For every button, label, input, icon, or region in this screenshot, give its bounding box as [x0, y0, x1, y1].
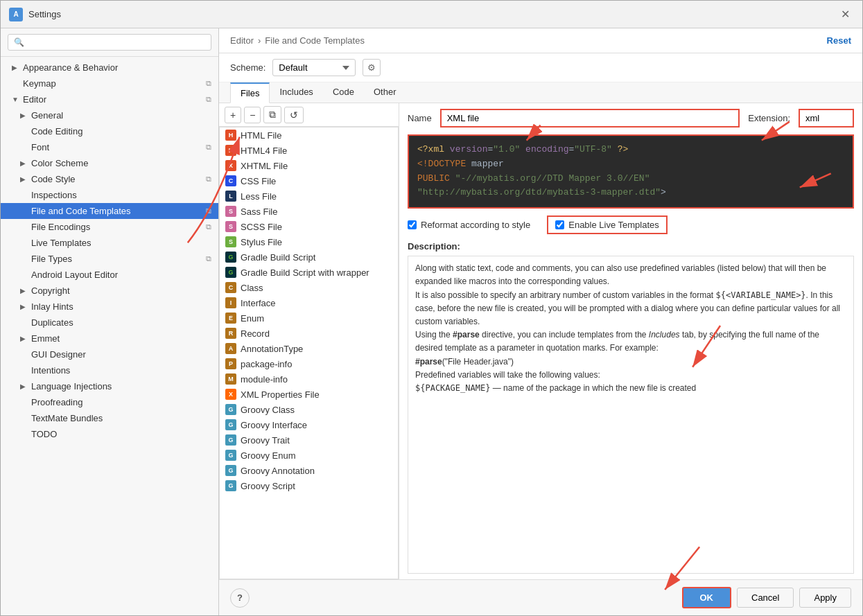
- tab-includes[interactable]: Includes: [270, 82, 322, 103]
- sidebar-item-gui-designer[interactable]: GUI Designer: [1, 346, 218, 362]
- sidebar-item-duplicates[interactable]: Duplicates: [1, 315, 218, 331]
- reformat-checkbox[interactable]: Reformat according to style: [408, 220, 530, 230]
- sidebar-item-label-inlay-hints: Inlay Hints: [31, 301, 73, 312]
- file-item[interactable]: LLess File: [220, 188, 398, 204]
- right-panel: Editor › File and Code Templates Reset S…: [219, 28, 862, 615]
- ok-button[interactable]: OK: [682, 587, 732, 608]
- remove-template-button[interactable]: −: [244, 107, 261, 123]
- file-item[interactable]: GGroovy Trait: [220, 432, 398, 448]
- tab-other[interactable]: Other: [364, 82, 406, 103]
- sidebar-item-font[interactable]: Font⧉: [1, 139, 218, 155]
- sidebar-item-live-templates[interactable]: Live Templates: [1, 235, 218, 251]
- expand-icon: ▶: [20, 303, 28, 310]
- expand-icon: ▶: [20, 382, 28, 390]
- file-icon: H: [225, 145, 236, 156]
- bottom-bar: ? OK Cancel Apply: [219, 579, 862, 615]
- file-name: Gradle Build Script: [241, 252, 315, 263]
- sidebar-item-android-layout-editor[interactable]: Android Layout Editor: [1, 267, 218, 283]
- file-icon: I: [225, 297, 236, 308]
- copy-template-button[interactable]: ⧉: [263, 106, 281, 123]
- cancel-button[interactable]: Cancel: [737, 588, 794, 608]
- sidebar-item-emmet[interactable]: ▶Emmet: [1, 331, 218, 346]
- file-name: SCSS File: [241, 222, 282, 232]
- sidebar-item-general[interactable]: ▶General: [1, 107, 218, 123]
- gear-button[interactable]: ⚙: [363, 59, 381, 76]
- sidebar-item-label-android-layout-editor: Android Layout Editor: [31, 270, 118, 280]
- sidebar-item-label-language-injections: Language Injections: [31, 381, 112, 391]
- sidebar-item-label-inspections: Inspections: [31, 190, 77, 200]
- reset-template-button[interactable]: ↺: [284, 107, 304, 123]
- ext-input[interactable]: [799, 109, 854, 127]
- file-icon: G: [225, 434, 236, 446]
- sidebar-item-code-editing[interactable]: Code Editing: [1, 123, 218, 139]
- sidebar-item-code-style[interactable]: ▶Code Style⧉: [1, 171, 218, 187]
- sidebar-item-proofreading[interactable]: Proofreading: [1, 394, 218, 410]
- file-item[interactable]: Ppackage-info: [220, 356, 398, 371]
- file-item[interactable]: GGroovy Script: [220, 478, 398, 493]
- file-name: Sass File: [241, 206, 277, 217]
- file-item[interactable]: SStylus File: [220, 234, 398, 249]
- file-name: CSS File: [241, 176, 276, 186]
- file-icon: G: [225, 404, 236, 415]
- apply-button[interactable]: Apply: [799, 588, 851, 608]
- sidebar-item-file-and-code-templates[interactable]: File and Code Templates⧉: [1, 203, 218, 219]
- sidebar-item-language-injections[interactable]: ▶Language Injections: [1, 378, 218, 394]
- reset-button[interactable]: Reset: [827, 35, 851, 46]
- file-icon: P: [225, 358, 236, 369]
- description-label: Description:: [408, 241, 854, 252]
- file-item[interactable]: GGroovy Interface: [220, 417, 398, 432]
- sidebar-item-keymap[interactable]: Keymap⧉: [1, 76, 218, 91]
- file-item[interactable]: XXHTML File: [220, 158, 398, 173]
- sidebar-item-copyright[interactable]: ▶Copyright: [1, 283, 218, 299]
- reformat-label: Reformat according to style: [421, 220, 530, 230]
- sidebar-item-appearance[interactable]: ▶Appearance & Behavior: [1, 60, 218, 76]
- sidebar-item-file-encodings[interactable]: File Encodings⧉: [1, 219, 218, 235]
- scheme-select[interactable]: Default: [272, 59, 356, 76]
- breadcrumb-current: File and Code Templates: [265, 35, 365, 46]
- name-row: Name Extension:: [408, 109, 854, 127]
- file-item[interactable]: IInterface: [220, 295, 398, 310]
- sidebar-item-label-textmate-bundles: TextMate Bundles: [31, 413, 103, 423]
- sidebar-item-editor[interactable]: ▼Editor⧉: [1, 91, 218, 107]
- file-item[interactable]: GGradle Build Script with wrapper: [220, 265, 398, 280]
- file-item[interactable]: SSass File: [220, 204, 398, 219]
- search-input[interactable]: [8, 34, 211, 51]
- close-button[interactable]: ✕: [837, 6, 854, 22]
- sidebar-item-todo[interactable]: TODO: [1, 426, 218, 442]
- enable-live-checkbox-input[interactable]: [555, 220, 564, 229]
- help-button[interactable]: ?: [230, 588, 250, 608]
- reformat-checkbox-input[interactable]: [408, 220, 417, 229]
- sidebar-item-color-scheme[interactable]: ▶Color Scheme: [1, 155, 218, 171]
- file-item[interactable]: GGradle Build Script: [220, 249, 398, 265]
- file-item[interactable]: HHTML4 File: [220, 143, 398, 158]
- add-template-button[interactable]: +: [225, 107, 241, 123]
- file-item[interactable]: GGroovy Enum: [220, 448, 398, 463]
- file-item[interactable]: SSCSS File: [220, 219, 398, 234]
- sidebar-item-inlay-hints[interactable]: ▶Inlay Hints: [1, 299, 218, 315]
- tab-files[interactable]: Files: [230, 82, 270, 103]
- name-input[interactable]: [440, 109, 740, 127]
- file-item[interactable]: RRecord: [220, 326, 398, 341]
- file-item[interactable]: HHTML File: [220, 127, 398, 143]
- files-toolbar: + − ⧉ ↺: [219, 103, 399, 127]
- enable-live-checkbox[interactable]: Enable Live Templates: [555, 220, 659, 230]
- file-icon: G: [225, 419, 236, 430]
- file-item[interactable]: CClass: [220, 280, 398, 295]
- file-item[interactable]: XXML Properties File: [220, 387, 398, 402]
- file-item[interactable]: EEnum: [220, 310, 398, 326]
- sidebar-tree: ▶Appearance & BehaviorKeymap⧉▼Editor⧉▶Ge…: [1, 57, 218, 615]
- file-item[interactable]: GGroovy Class: [220, 402, 398, 417]
- file-name: Enum: [241, 313, 264, 324]
- sidebar-item-intentions[interactable]: Intentions: [1, 362, 218, 378]
- sidebar-item-file-types[interactable]: File Types⧉: [1, 251, 218, 267]
- file-item[interactable]: AAnnotationType: [220, 341, 398, 356]
- tab-code[interactable]: Code: [323, 82, 364, 103]
- code-editor[interactable]: <?xml version="1.0" encoding="UTF-8" ?> …: [408, 134, 854, 209]
- file-item[interactable]: CCSS File: [220, 173, 398, 188]
- sidebar-item-label-appearance: Appearance & Behavior: [23, 62, 118, 73]
- sidebar-item-inspections[interactable]: Inspections: [1, 187, 218, 203]
- file-item[interactable]: Mmodule-info: [220, 371, 398, 387]
- file-name: Interface: [241, 298, 276, 308]
- sidebar-item-textmate-bundles[interactable]: TextMate Bundles: [1, 410, 218, 426]
- file-item[interactable]: GGroovy Annotation: [220, 463, 398, 478]
